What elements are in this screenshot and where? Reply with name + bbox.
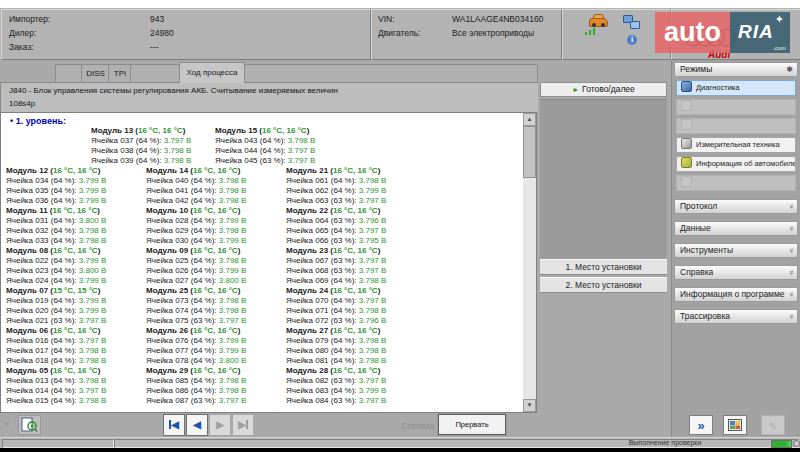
content-scrollbar[interactable]: ▲ ▼	[523, 113, 536, 412]
cell-voltage: 3.797 В	[288, 156, 316, 165]
module-temps: 16 °C, 16 °C	[53, 366, 98, 375]
cell-reading: Ячейка 039 (64 %): 3.798 В	[91, 156, 191, 166]
cell-reading: Ячейка 071 (64 %): 3.798 В	[286, 306, 386, 316]
cell-reading: Ячейка 082 (63 %): 3.797 В	[286, 376, 386, 386]
tab-empty-2[interactable]	[130, 64, 181, 82]
cell-voltage: 3.799 В	[79, 306, 107, 315]
tab-tpi[interactable]: TPI	[108, 64, 132, 82]
screen-icon	[728, 419, 742, 431]
measuring-icon	[681, 138, 692, 149]
cell-voltage: 3.798 В	[219, 296, 247, 305]
cell-reading: Ячейка 081 (64 %): 3.798 В	[286, 356, 386, 366]
sidebar-section-3[interactable]: Инструменты»	[674, 243, 798, 258]
module-title: Модуль 24 (16 °C, 16 °C)	[286, 286, 386, 296]
module-temps: 16 °C, 16 °C	[53, 206, 98, 215]
scroll-down-icon[interactable]: ▼	[523, 399, 536, 412]
scroll-up-icon[interactable]: ▲	[523, 113, 536, 126]
nav-last-button: ▶	[232, 414, 254, 436]
chevron-down-icon[interactable]: »	[789, 200, 793, 213]
document-zoom-button[interactable]	[18, 415, 41, 435]
cell-voltage: 3.798 В	[219, 376, 247, 385]
module-block: Модуль 27 (16 °C, 16 °C)Ячейка 079 (64 %…	[286, 326, 386, 366]
module-title: Модуль 21 (16 °C, 16 °C)	[286, 166, 386, 176]
cell-reading: Ячейка 066 (63 %): 3.795 В	[286, 236, 386, 246]
chevron-down-icon[interactable]: »	[789, 266, 793, 279]
module-temps: 16 °C, 16 °C	[53, 246, 98, 255]
sidebar-section-label: Трассировка	[680, 311, 730, 321]
cell-voltage: 3.798 В	[219, 256, 247, 265]
module-title: Модуль 14 (16 °C, 16 °C)	[146, 166, 246, 176]
sidebar-section-5[interactable]: Информация о программе»	[674, 287, 798, 302]
module-temps: 16 °C, 16 °C	[53, 326, 98, 335]
cell-reading: Ячейка 072 (63 %): 3.796 В	[286, 316, 386, 326]
cell-reading: Ячейка 028 (64 %): 3.799 В	[146, 216, 246, 226]
module-block: Модуль 13 (16 °C, 16 °C)Ячейка 037 (64 %…	[91, 126, 191, 166]
module-title: Модуль 09 (16 °C, 16 °C)	[146, 246, 246, 256]
cell-voltage: 3.797 В	[79, 316, 107, 325]
module-block: Модуль 08 (16 °C, 16 °C)Ячейка 022 (64 %…	[6, 246, 106, 286]
chevron-down-icon[interactable]: »	[789, 288, 793, 301]
cell-reading: Ячейка 085 (64 %): 3.798 В	[146, 376, 246, 386]
nav-first-button[interactable]: ◀	[163, 414, 185, 436]
ready-next-button[interactable]: ►Готово/далее	[540, 82, 667, 97]
pin-icon[interactable]: ✱	[786, 63, 793, 76]
mode-button-disabled-5	[676, 175, 796, 191]
mode-button-диагностика[interactable]: Диагностика	[676, 80, 796, 96]
sidebar-section-label: Данные	[680, 223, 711, 233]
cell-reading: Ячейка 070 (64 %): 3.797 В	[286, 296, 386, 306]
cell-reading: Ячейка 069 (64 %): 3.798 В	[286, 276, 386, 286]
cell-reading: Ячейка 024 (64 %): 3.799 В	[6, 276, 106, 286]
mode-button-label: Информация об автомобиле	[696, 159, 796, 168]
cell-voltage: 3.799 В	[219, 236, 247, 245]
sidebar-section-1[interactable]: Протокол»	[674, 199, 798, 214]
cell-voltage: 3.799 В	[359, 186, 387, 195]
sidebar-section-6[interactable]: Трассировка»	[674, 309, 798, 324]
tab-diss[interactable]: DISS	[81, 64, 110, 82]
cell-reading: Ячейка 018 (64 %): 3.798 В	[6, 356, 106, 366]
action-panel-inset	[540, 99, 667, 260]
tab-empty-1[interactable]	[55, 64, 83, 82]
cell-reading: Ячейка 029 (64 %): 3.798 В	[146, 226, 246, 236]
chevron-down-icon[interactable]: »	[789, 310, 793, 323]
install-location-2-button[interactable]: 2. Место установки	[540, 277, 667, 293]
module-title: Модуль 15 (16 °C, 16 °C)	[215, 126, 315, 136]
module-title: Модуль 12 (16 °C, 16 °C)	[6, 166, 106, 176]
module-block: Модуль 14 (16 °C, 16 °C)Ячейка 040 (64 %…	[146, 166, 246, 206]
cell-reading: Ячейка 014 (64 %): 3.797 В	[6, 386, 106, 396]
cell-voltage: 3.796 В	[359, 316, 387, 325]
cell-voltage: 3.800 В	[219, 276, 247, 285]
cell-voltage: 3.798 В	[164, 156, 192, 165]
cell-voltage: 3.797 В	[219, 316, 247, 325]
mode-button-информация-об-автомобиле[interactable]: Информация об автомобиле	[676, 156, 796, 172]
nav-previous-button[interactable]: ◀	[186, 414, 208, 436]
forward-fast-button[interactable]: »	[689, 415, 713, 435]
install-location-1-button[interactable]: 1. Место установки	[540, 259, 667, 275]
module-block: Модуль 26 (16 °C, 16 °C)Ячейка 076 (64 %…	[146, 326, 246, 366]
nav-next-button: ▶	[209, 414, 231, 436]
cell-reading: Ячейка 030 (64 %): 3.799 В	[146, 236, 246, 246]
disabled-icon	[681, 119, 692, 130]
cell-voltage: 3.797 В	[359, 296, 387, 305]
module-temps: 16 °C, 16 °C	[333, 366, 378, 375]
watermark-auto: auto	[655, 12, 730, 53]
cell-reading: Ячейка 078 (64 %): 3.800 В	[146, 356, 246, 366]
screen-view-button[interactable]	[723, 415, 747, 435]
modes-panel-header[interactable]: Режимы ✱	[674, 62, 798, 77]
cell-voltage: 3.798 В	[79, 396, 107, 405]
sidebar-section-4[interactable]: Справка»	[674, 265, 798, 280]
abort-test-button[interactable]: Прервать проверку	[438, 414, 506, 435]
green-arrow-icon: ►	[572, 86, 579, 93]
collapsed-arrow-icon: ◂	[4, 418, 9, 428]
module-temps: 16 °C, 16 °C	[193, 326, 238, 335]
chevron-down-icon[interactable]: »	[789, 244, 793, 257]
cell-voltage: 3.800 В	[219, 356, 247, 365]
tab-process[interactable]: Ход процесса	[179, 62, 245, 83]
cell-reading: Ячейка 083 (64 %): 3.799 В	[286, 386, 386, 396]
cell-reading: Ячейка 044 (64 %): 3.797 В	[215, 146, 315, 156]
sidebar-section-2[interactable]: Данные»	[674, 221, 798, 236]
cell-reading: Ячейка 079 (64 %): 3.798 В	[286, 336, 386, 346]
mode-button-измерительная-техника[interactable]: Измерительная техника	[676, 137, 796, 153]
scrollbar-thumb[interactable]	[523, 126, 536, 178]
chevron-down-icon[interactable]: »	[789, 222, 793, 235]
module-title: Модуль 08 (16 °C, 16 °C)	[6, 246, 106, 256]
